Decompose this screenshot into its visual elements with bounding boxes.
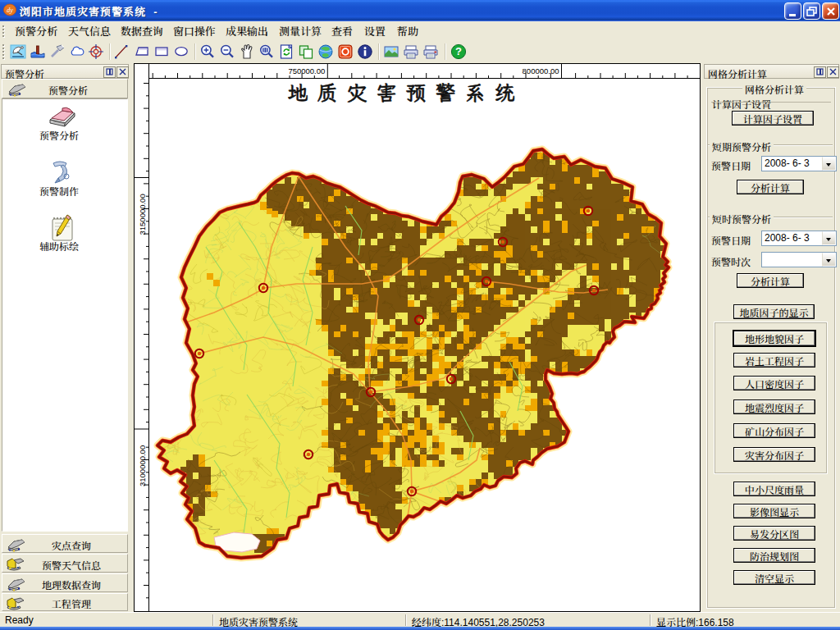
- svg-text:3100000.00: 3100000.00: [138, 445, 147, 486]
- svg-text:800000.00: 800000.00: [523, 66, 559, 75]
- svg-text:3150000.00: 3150000.00: [138, 194, 147, 235]
- svg-text:750000.00: 750000.00: [288, 66, 325, 75]
- svg-text:?: ?: [455, 45, 462, 57]
- svg-text:dy: dy: [7, 7, 13, 14]
